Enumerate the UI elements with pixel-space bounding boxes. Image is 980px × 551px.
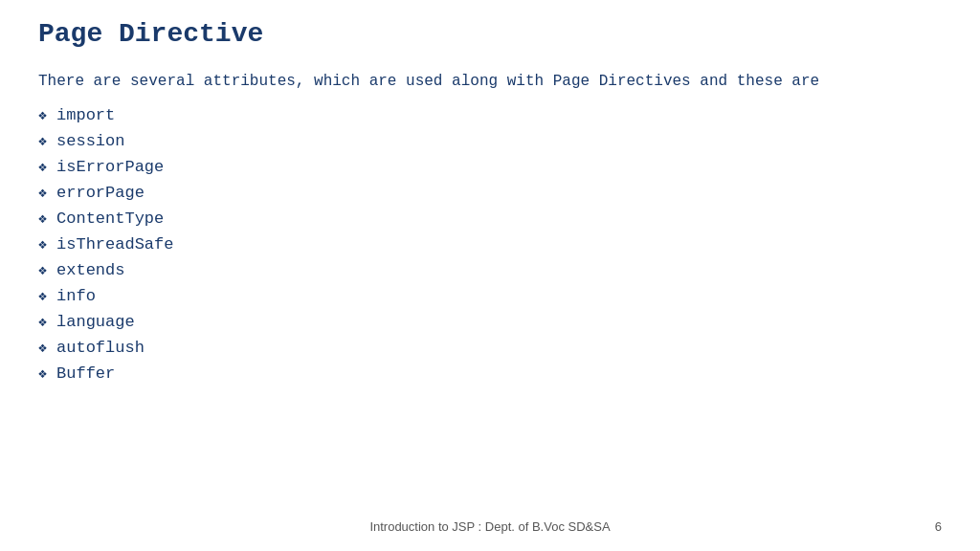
list-item: isThreadSafe [38, 235, 942, 253]
footer-text: Introduction to JSP : Dept. of B.Voc SD&… [369, 519, 610, 534]
slide-container: Page Directive There are several attribu… [0, 0, 980, 551]
attributes-list: importsessionisErrorPageerrorPageContent… [38, 106, 942, 383]
list-item: ContentType [38, 209, 942, 228]
slide-title: Page Directive [38, 19, 942, 49]
list-item: errorPage [38, 184, 942, 202]
list-item: info [38, 287, 942, 305]
list-item: language [38, 313, 942, 331]
list-item: autoflush [38, 339, 942, 357]
list-item: Buffer [38, 364, 942, 383]
list-item: isErrorPage [38, 158, 942, 176]
list-item: session [38, 132, 942, 150]
list-item: extends [38, 261, 942, 279]
footer: Introduction to JSP : Dept. of B.Voc SD&… [0, 519, 980, 534]
intro-paragraph: There are several attributes, which are … [38, 70, 942, 93]
page-number: 6 [935, 519, 942, 534]
list-item: import [38, 106, 942, 124]
